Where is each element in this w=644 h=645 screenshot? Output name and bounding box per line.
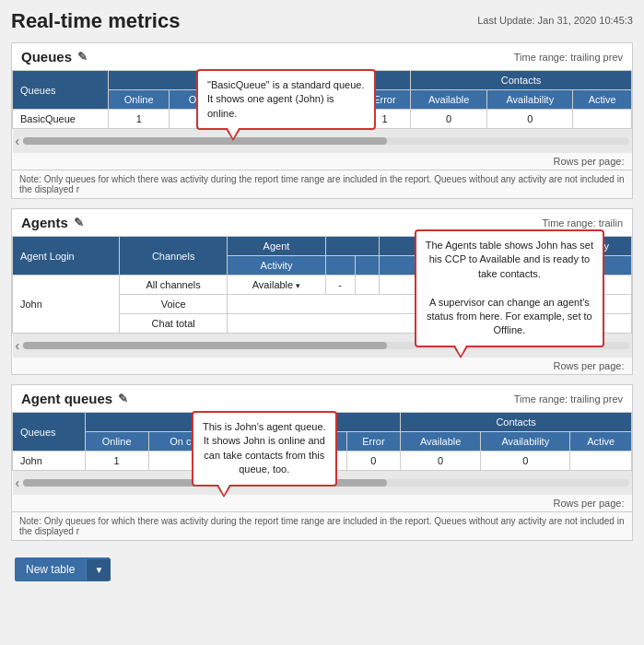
queues-section-header: Queues ✎ Time range: trailing prev [12,43,632,70]
agent-queues-time-range: Time range: trailing prev [514,393,623,405]
agents-time-range: Time range: trailin [542,217,623,229]
queues-section: Queues ✎ Time range: trailing prev "Basi… [11,42,633,199]
agents-rows-per-page: Rows per page: [13,358,632,374]
agents-tooltip: The Agents table shows John has set his … [415,229,604,347]
contacts-group-header: Contacts [411,71,632,90]
agents-rows-per-page-row: Rows per page: [13,358,632,374]
new-table-button[interactable]: New table ▼ [15,557,111,581]
aq-availability-val: 0 [481,452,570,471]
aq-availability-header: Availability [481,432,570,452]
aq-online-val: 1 [85,452,148,471]
aq-error-header: Error [346,432,401,452]
activity-value: Available [252,279,293,290]
aq-active-header: Active [570,432,632,452]
online-header: Online [109,90,170,110]
channel-chat: Chat total [120,314,228,334]
activity-dropdown-cell: Available ▾ [228,276,326,295]
agents-scrollbar-thumb [23,342,386,349]
channels-header: Channels [120,237,228,276]
queues-time-range: Time range: trailing prev [514,52,623,63]
aq-available-val: 0 [401,452,481,471]
agent-queues-tooltip-arrow-inner [218,485,229,495]
channel-voice: Voice [120,295,228,314]
agent-login-header: Agent Login [13,237,120,276]
new-table-dropdown-arrow[interactable]: ▼ [86,559,111,580]
available-header: Available [411,90,487,110]
active-val [573,110,632,129]
agent-col-header: Agent [228,237,326,256]
aq-available-header: Available [401,432,481,452]
aq-queue-col: Queues [13,413,86,452]
aq-scroll-left-icon[interactable]: ‹ [16,475,20,490]
queue-name: BasicQueue [13,110,109,129]
tooltip-arrow-inner [228,128,239,138]
agent-name: John [13,276,120,334]
aq-error-val: 0 [346,452,401,471]
agent-queues-title: Agent queues ✎ [21,391,128,406]
agent-queues-tooltip: This is John's agent queue. It shows Joh… [192,411,337,487]
page-title: Real-time metrics [11,9,180,33]
spacer-header [325,237,379,256]
queues-tooltip: "BasicQueue" is a standard queue. It sho… [196,69,376,130]
queues-edit-icon[interactable]: ✎ [77,50,88,64]
queues-rows-per-page: Rows per page: [13,153,632,170]
queues-scrollbar-thumb [23,137,386,145]
aq-rows-per-page: Rows per page: [13,495,632,511]
queues-rows-per-page-row: Rows per page: [13,153,632,170]
queues-scrollbar-row: ‹ [13,129,632,154]
agents-section: Agents ✎ Time range: trailin The Agents … [11,208,633,375]
online-val: 1 [109,110,170,129]
agents-title: Agents ✎ [21,215,84,230]
queues-note: Note: Only queues for which there was ac… [12,170,632,198]
channel-all: All channels [120,276,228,295]
page-header: Real-time metrics Last Update: Jan 31, 2… [11,9,633,33]
last-update: Last Update: Jan 31, 2020 10:45:3 [477,9,633,26]
bottom-bar: New table ▼ [11,550,633,585]
agents-edit-icon[interactable]: ✎ [74,216,84,229]
queue-col-header: Queues [13,71,109,110]
dropdown-arrow-icon: ▾ [296,281,300,290]
aq-name: John [13,452,86,471]
scroll-left-icon[interactable]: ‹ [16,134,20,148]
aq-active-val [570,452,632,471]
aq-rows-per-page-row: Rows per page: [13,495,632,511]
agent-queues-section: Agent queues ✎ Time range: trailing prev… [11,384,633,541]
available-val: 0 [411,110,487,129]
queues-scrollbar-cell: ‹ [13,129,632,154]
new-table-label: New table [15,557,86,581]
activity-dropdown[interactable]: Available ▾ [235,279,318,290]
queues-title: Queues ✎ [21,49,88,64]
active-header: Active [573,90,632,110]
aq-note: Note: Only queues for which there was ac… [12,511,632,540]
agents-tooltip-arrow-inner [455,346,466,356]
agent-queues-edit-icon[interactable]: ✎ [118,392,128,405]
availability-header: Availability [487,90,573,110]
aq-online-header: Online [85,432,148,452]
queues-scrollbar-track[interactable] [23,137,628,145]
page-wrapper: Real-time metrics Last Update: Jan 31, 2… [0,0,644,594]
aq-contacts-group: Contacts [401,413,632,432]
agents-tooltip-text: The Agents table shows John has set his … [426,239,593,338]
agents-scroll-left-icon[interactable]: ‹ [16,338,20,353]
agent-queues-header: Agent queues ✎ Time range: trailing prev [12,385,632,412]
activity-header: Activity [228,256,326,276]
availability-val: 0 [487,110,573,129]
